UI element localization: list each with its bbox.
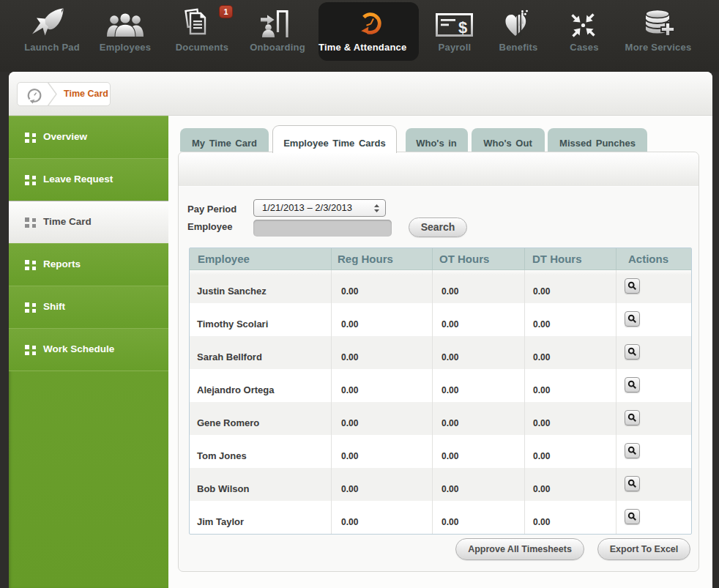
- svg-text:$: $: [458, 18, 467, 37]
